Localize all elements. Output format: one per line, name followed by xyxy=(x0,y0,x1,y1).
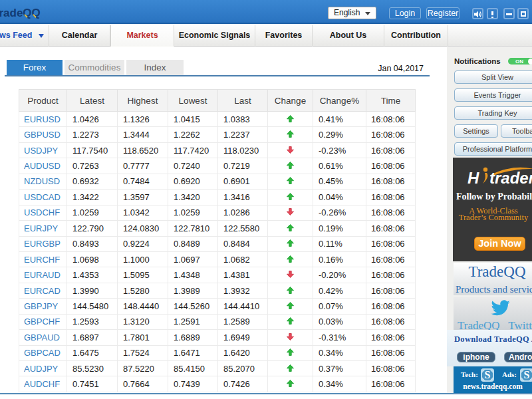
svg-text:trader: trader xyxy=(489,169,532,187)
svg-text:H: H xyxy=(467,169,479,187)
